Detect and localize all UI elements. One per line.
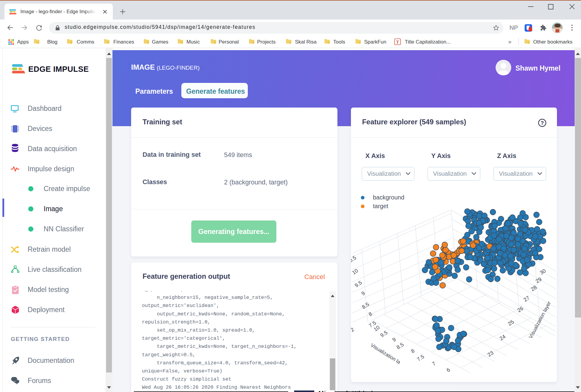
- svg-text:7: 7: [431, 360, 437, 367]
- svg-text:8: 8: [367, 311, 373, 318]
- svg-text:7.5: 7.5: [416, 354, 425, 363]
- svg-text:6: 6: [445, 367, 451, 373]
- svg-text:2: 2: [351, 327, 355, 333]
- svg-text:28: 28: [530, 284, 538, 292]
- svg-text:Visualization layer: Visualization layer: [528, 300, 552, 339]
- svg-text:9.5: 9.5: [354, 280, 363, 289]
- svg-text:26: 26: [516, 305, 524, 313]
- svg-text:23: 23: [486, 350, 494, 358]
- svg-text:?: ?: [541, 120, 544, 126]
- svg-text:8.5: 8.5: [395, 342, 405, 351]
- svg-text:30: 30: [539, 268, 547, 276]
- svg-text:25: 25: [507, 319, 515, 327]
- svg-text:9.5: 9.5: [379, 330, 389, 339]
- svg-text:10: 10: [351, 267, 359, 276]
- svg-text:8: 8: [410, 348, 416, 354]
- svg-text:24: 24: [498, 333, 506, 342]
- svg-text:0.5: 0.5: [351, 255, 357, 264]
- svg-text:T: T: [396, 40, 399, 44]
- svg-text:9: 9: [391, 336, 397, 343]
